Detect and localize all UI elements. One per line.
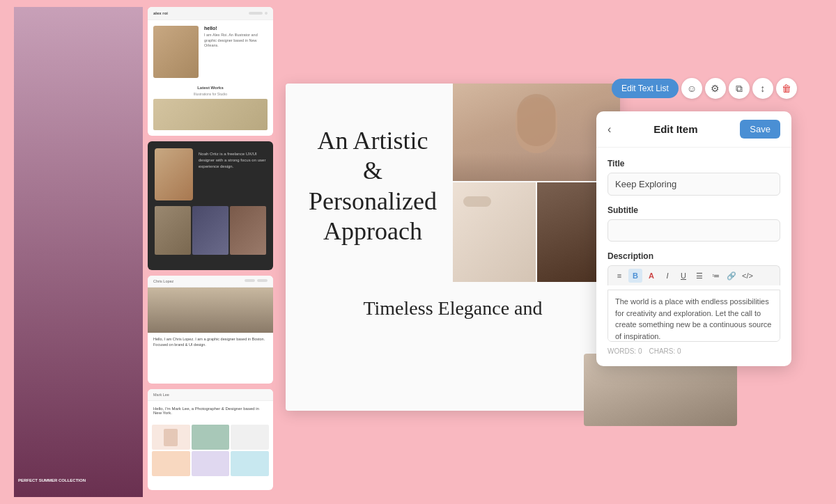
chars-count-label: CHARS: 0 bbox=[649, 347, 681, 355]
main-canvas: An Artistic & Personalized Approach Time… bbox=[286, 84, 620, 411]
freelancer-header: Chris Lopez bbox=[148, 276, 273, 288]
number-list-button[interactable]: ≔ bbox=[709, 269, 722, 283]
move-icon: ↕ bbox=[760, 83, 765, 94]
portfolio-site-name: alex roi bbox=[153, 11, 168, 15]
title-label: Title bbox=[607, 159, 780, 168]
portfolio-desc: I am Alex Roi. An Illustrator and graphi… bbox=[204, 33, 268, 49]
dark-designer-card[interactable]: Noah Ortiz is a freelance UX/UI designer… bbox=[148, 141, 273, 270]
word-count-bar: WORDS: 0 CHARS: 0 bbox=[607, 347, 780, 355]
canvas-bottom-title: Timeless Elegance and bbox=[307, 296, 599, 321]
copy-icon: ⧉ bbox=[736, 83, 743, 95]
portfolio-header: alex roi bbox=[148, 7, 273, 20]
photographer-card[interactable]: Mark Lee Hello, I'm Mark Lee, a Photogra… bbox=[148, 389, 273, 490]
bold-button[interactable]: B bbox=[628, 269, 642, 283]
canvas-photo-top bbox=[453, 84, 620, 181]
canvas-photo-hands bbox=[453, 182, 536, 282]
edit-panel-body: Title Subtitle Description ≡ B A I U ☰ ≔… bbox=[596, 148, 791, 366]
bullet-list-button[interactable]: ☰ bbox=[692, 269, 706, 283]
toolbar: Edit Text List ☺ ⚙ ⧉ ↕ 🗑 bbox=[612, 78, 797, 99]
align-left-button[interactable]: ≡ bbox=[612, 269, 626, 283]
portfolio-works-label: Latest Works bbox=[148, 84, 273, 92]
portfolio-greeting: hello! bbox=[204, 26, 268, 31]
gear-icon: ⚙ bbox=[711, 83, 720, 94]
link-button[interactable]: 🔗 bbox=[725, 269, 738, 283]
freelancer-desc: Hello, I am Chris Lopez. I am a graphic … bbox=[148, 333, 273, 352]
move-button[interactable]: ↕ bbox=[752, 78, 773, 99]
middle-section: alex roi hello! I am Alex Roi. An Illust… bbox=[148, 7, 273, 497]
delete-button[interactable]: 🗑 bbox=[776, 78, 797, 99]
save-button[interactable]: Save bbox=[740, 120, 780, 139]
title-input[interactable] bbox=[607, 173, 780, 196]
back-button[interactable]: ‹ bbox=[607, 123, 611, 136]
photographer-name: Mark Lee bbox=[153, 393, 169, 397]
photographer-desc: Hello, I'm Mark Lee, a Photographer & De… bbox=[148, 401, 273, 420]
freelancer-name: Chris Lopez bbox=[153, 279, 173, 283]
italic-button[interactable]: I bbox=[660, 269, 674, 283]
portfolio-card[interactable]: alex roi hello! I am Alex Roi. An Illust… bbox=[148, 7, 273, 136]
subtitle-label: Subtitle bbox=[607, 205, 780, 215]
canvas-main-title: An Artistic & Personalized Approach bbox=[307, 126, 439, 246]
edit-text-list-button[interactable]: Edit Text List bbox=[612, 79, 679, 98]
code-button[interactable]: </> bbox=[741, 269, 754, 283]
emoji-icon: ☺ bbox=[687, 83, 697, 94]
emoji-button[interactable]: ☺ bbox=[681, 78, 702, 99]
edit-panel-header: ‹ Edit Item Save bbox=[596, 111, 791, 148]
edit-item-panel: ‹ Edit Item Save Title Subtitle Descript… bbox=[596, 111, 791, 366]
description-label: Description bbox=[607, 251, 780, 261]
fashion-card[interactable]: PERFECT SUMMER COLLECTION bbox=[14, 414, 143, 487]
highlight-button[interactable]: A bbox=[644, 269, 658, 283]
fashion-image: PERFECT SUMMER COLLECTION bbox=[14, 414, 143, 487]
copy-button[interactable]: ⧉ bbox=[729, 78, 750, 99]
fashion-text: PERFECT SUMMER COLLECTION bbox=[18, 478, 86, 482]
delete-icon: 🗑 bbox=[782, 83, 791, 94]
description-textarea[interactable] bbox=[607, 290, 780, 342]
underline-button[interactable]: U bbox=[676, 269, 690, 283]
back-icon: ‹ bbox=[607, 123, 611, 136]
word-count-label: WORDS: 0 bbox=[607, 347, 642, 355]
dark-designer-desc: Noah Ortiz is a freelance UX/UI designer… bbox=[199, 148, 266, 200]
subtitle-input[interactable] bbox=[607, 219, 780, 242]
description-toolbar: ≡ B A I U ☰ ≔ 🔗 </> bbox=[607, 265, 780, 285]
freelancer-card[interactable]: Chris Lopez Hello, I am Chris Lopez. I a… bbox=[148, 276, 273, 384]
portfolio-works-sub: Illustrations for Studio bbox=[148, 92, 273, 96]
settings-button[interactable]: ⚙ bbox=[705, 78, 726, 99]
edit-panel-title: Edit Item bbox=[653, 123, 697, 135]
left-sidebar: Rise with Julia for a healthy, strong bo… bbox=[14, 7, 143, 497]
